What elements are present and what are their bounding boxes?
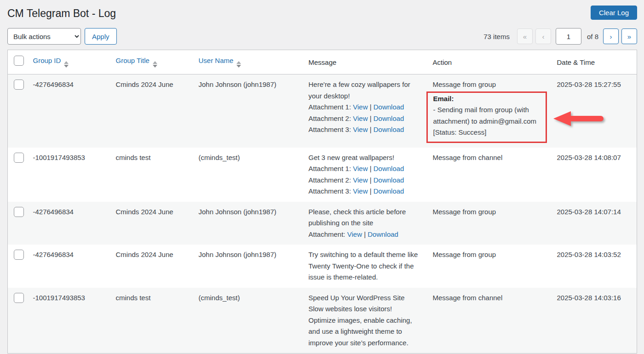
total-pages-label: of 8 — [587, 33, 598, 40]
email-annotation-box: Email: - Sending mail from group (with a… — [426, 91, 547, 143]
attachment-line: Attachment 3: View | Download — [309, 124, 424, 136]
group-title-cell: cminds test — [111, 288, 194, 354]
select-all-checkbox[interactable] — [14, 56, 24, 66]
date-time-cell: 2025-03-28 15:27:55 — [552, 74, 637, 148]
column-header-group-id[interactable]: Group ID — [29, 50, 111, 74]
user-name-cell: John Johnson (john1987) — [194, 74, 304, 148]
user-name-cell: (cminds_test) — [194, 288, 304, 354]
user-name-cell: (cminds_test) — [194, 148, 304, 202]
log-table-body: -4276496834 Cminds 2024 June John Johnso… — [8, 74, 637, 354]
attachment-list: Attachment: View | Download — [309, 229, 424, 240]
sort-icon — [153, 61, 157, 68]
column-header-group-title[interactable]: Group Title — [111, 50, 194, 74]
table-row: -4276496834 Cminds 2024 June John Johnso… — [8, 245, 637, 288]
attachment-download-link[interactable]: Download — [374, 126, 404, 133]
column-label: User Name — [199, 57, 234, 64]
attachment-line: Attachment: View | Download — [309, 229, 424, 240]
row-select-cell — [8, 74, 29, 148]
message-cell: Here're a few cozy wallpapers for your d… — [304, 74, 428, 148]
action-text: Message from channel — [433, 152, 548, 164]
attachment-separator: | — [370, 126, 372, 133]
row-select-cell — [8, 245, 29, 288]
column-label: Group Title — [116, 57, 150, 64]
message-text: Try switching to a default theme like Tw… — [309, 251, 418, 281]
attachment-download-link[interactable]: Download — [368, 230, 398, 238]
attachment-separator: | — [370, 187, 372, 195]
attachment-label: Attachment 1: — [309, 165, 351, 172]
column-header-action: Action — [428, 50, 552, 74]
attachment-separator: | — [370, 103, 372, 111]
prev-page-button: ‹ — [535, 29, 551, 44]
group-title-cell: cminds test — [111, 148, 194, 202]
bulk-actions-select[interactable]: Bulk actions — [7, 28, 81, 45]
row-checkbox[interactable] — [14, 293, 24, 303]
attachment-view-link[interactable]: View — [353, 126, 368, 133]
table-toolbar: Bulk actions Apply 73 items « ‹ of 8 › » — [7, 28, 637, 45]
next-page-button[interactable]: › — [603, 29, 619, 44]
attachment-line: Attachment 2: View | Download — [309, 113, 424, 125]
message-text: Please, check this article before publis… — [309, 208, 406, 227]
message-text: Here're a few cozy wallpapers for your d… — [309, 80, 410, 100]
action-text: Message from group — [433, 206, 548, 218]
attachment-label: Attachment 2: — [309, 114, 351, 122]
message-text: Get 3 new great wallpapers! — [309, 154, 395, 161]
group-id-cell: -4276496834 — [29, 202, 111, 245]
action-cell: Message from group — [428, 245, 552, 288]
attachment-separator: | — [370, 114, 372, 122]
attachment-view-link[interactable]: View — [347, 230, 362, 238]
current-page-input[interactable] — [556, 28, 581, 45]
attachment-separator: | — [370, 176, 372, 184]
pagination: 73 items « ‹ of 8 › » — [483, 28, 637, 45]
row-checkbox[interactable] — [14, 80, 24, 90]
email-note-title: Email: — [433, 93, 541, 105]
row-checkbox[interactable] — [14, 153, 24, 163]
items-count: 73 items — [483, 33, 510, 40]
attachment-view-link[interactable]: View — [353, 176, 368, 184]
attachment-list: Attachment 1: View | Download Attachment… — [309, 102, 424, 136]
sort-icon — [236, 61, 241, 68]
attachment-download-link[interactable]: Download — [374, 114, 404, 122]
row-select-cell — [8, 202, 29, 245]
attachment-download-link[interactable]: Download — [374, 103, 404, 111]
attachment-line: Attachment 2: View | Download — [309, 175, 424, 186]
row-select-cell — [8, 148, 29, 202]
bulk-actions-group: Bulk actions Apply — [7, 28, 117, 45]
group-id-cell: -1001917493853 — [29, 148, 111, 202]
column-header-user-name[interactable]: User Name — [194, 50, 304, 74]
row-select-cell — [8, 288, 29, 354]
attachment-view-link[interactable]: View — [353, 165, 368, 172]
last-page-button[interactable]: » — [621, 29, 637, 44]
attachment-download-link[interactable]: Download — [374, 165, 404, 172]
date-time-cell: 2025-03-28 14:07:14 — [552, 202, 637, 245]
attachment-label: Attachment 3: — [309, 187, 351, 195]
message-cell: Please, check this article before publis… — [304, 202, 428, 245]
select-all-cell — [8, 50, 29, 74]
admin-page: CM Telegram Bot - Log Clear Log Bulk act… — [0, 0, 644, 354]
attachment-list: Attachment 1: View | Download Attachment… — [309, 163, 424, 197]
attachment-line: Attachment 3: View | Download — [309, 186, 424, 197]
attachment-download-link[interactable]: Download — [374, 187, 404, 195]
attachment-label: Attachment 2: — [309, 176, 351, 184]
group-id-cell: -4276496834 — [29, 245, 111, 288]
row-checkbox[interactable] — [14, 250, 24, 260]
attachment-label: Attachment 3: — [309, 126, 351, 133]
column-label: Group ID — [33, 57, 61, 64]
action-cell: Message from group — [428, 202, 552, 245]
attachment-download-link[interactable]: Download — [374, 176, 404, 184]
message-text: Speed Up Your WordPress Site Slow websit… — [309, 294, 412, 347]
clear-log-button[interactable]: Clear Log — [591, 6, 637, 20]
message-cell: Get 3 new great wallpapers! Attachment 1… — [304, 148, 428, 202]
row-checkbox[interactable] — [14, 207, 24, 217]
attachment-separator: | — [370, 165, 372, 172]
sort-icon — [64, 61, 69, 68]
attachment-line: Attachment 1: View | Download — [309, 102, 424, 113]
group-id-cell: -1001917493853 — [29, 288, 111, 354]
group-title-cell: Cminds 2024 June — [111, 202, 194, 245]
attachment-view-link[interactable]: View — [353, 103, 368, 111]
apply-button[interactable]: Apply — [85, 28, 117, 45]
attachment-view-link[interactable]: View — [353, 187, 368, 195]
column-header-message: Message — [304, 50, 428, 74]
table-row: -1001917493853 cminds test (cminds_test)… — [8, 148, 637, 202]
attachment-view-link[interactable]: View — [353, 114, 368, 122]
user-name-cell: John Johnson (john1987) — [194, 245, 304, 288]
